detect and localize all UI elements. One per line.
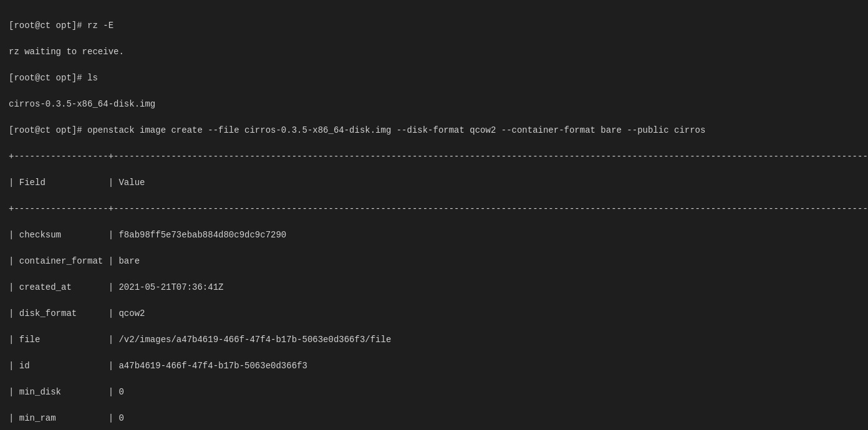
row-created-at: | created_at | 2021-05-21T07:36:41Z [9,282,868,292]
row-id: | id | a47b4619-466f-47f4-b17b-5063e0d36… [9,361,868,371]
cmd-rz: [root@ct opt]# rz -E [9,21,113,31]
table-header-border: +------------------+--------------------… [9,204,868,214]
row-disk-format: | disk_format | qcow2 [9,308,868,318]
table-top-border-1: +------------------+--------------------… [9,151,868,161]
row-min-ram: | min_ram | 0 [9,413,868,423]
rz-waiting: rz waiting to receive. [9,47,124,57]
ls-output: cirros-0.3.5-x86_64-disk.img [9,99,155,109]
row-container-format: | container_format | bare [9,256,868,266]
cmd-ls: [root@ct opt]# ls [9,73,98,83]
table-header: | Field | Value [9,178,868,188]
row-min-disk: | min_disk | 0 [9,387,868,397]
row-file: | file | /v2/images/a47b4619-466f-47f4-b… [9,335,868,345]
row-checksum: | checksum | f8ab98ff5e73ebab884d80c9dc9… [9,230,868,240]
cmd-openstack: [root@ct opt]# openstack image create --… [9,125,705,135]
terminal-output: [root@ct opt]# rz -E rz waiting to recei… [9,6,859,430]
